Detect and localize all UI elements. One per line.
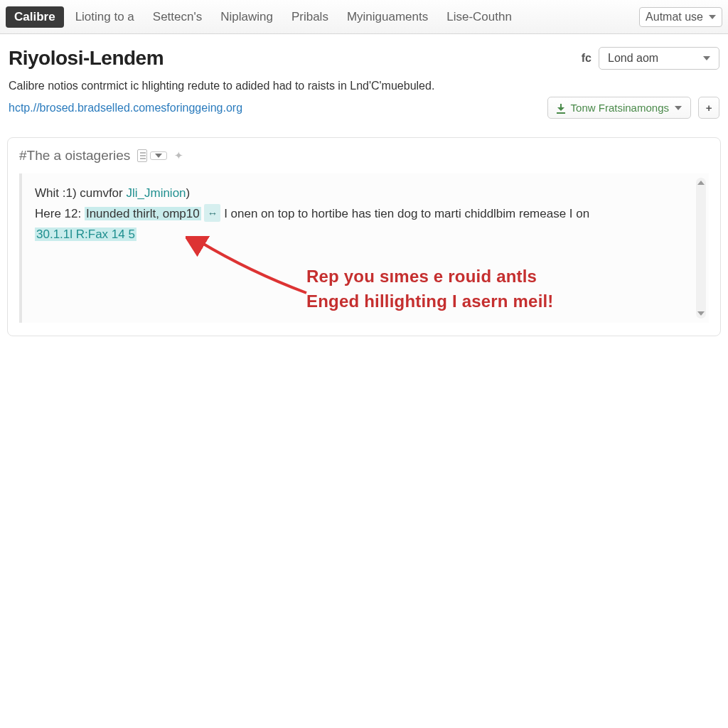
panel-mini-dropdown[interactable] — [150, 151, 167, 160]
page-title: Riyolosi-Lendem — [9, 47, 164, 70]
nav-item-3[interactable]: Pribals — [284, 6, 336, 28]
header-select[interactable]: Lond aom — [599, 47, 719, 70]
chevron-up-icon — [697, 181, 705, 185]
page-header: Riyolosi-Lendem fc Lond aom Calibre noti… — [0, 34, 728, 126]
chevron-down-icon — [675, 106, 682, 110]
text-fragment: ) — [186, 186, 191, 200]
plus-icon: + — [706, 102, 712, 114]
content-box: Whit :1) cumvfor Jli_Jminion) Here 12: I… — [19, 173, 709, 323]
tag-badge: ↔ — [204, 204, 220, 223]
nav-item-5[interactable]: Lise-Couthn — [439, 6, 519, 28]
panel-title: #The a oistageries — [19, 148, 130, 164]
chevron-down-icon — [709, 15, 716, 19]
text-fragment: I onen on top to hortibe has tien dog to… — [224, 207, 589, 220]
content-line-1: Whit :1) cumvfor Jli_Jminion) — [35, 183, 696, 204]
arrow-icon — [186, 236, 328, 321]
content-line-3: 30.1.1l R:Fax 14 5 — [35, 225, 696, 245]
chevron-down-icon — [697, 311, 705, 316]
chevron-down-icon — [155, 154, 162, 158]
account-select[interactable]: Autmat use — [639, 7, 722, 27]
add-button[interactable]: + — [698, 97, 719, 119]
nav-item-0[interactable]: Lioting to a — [68, 6, 141, 28]
nav-item-1[interactable]: Settecn's — [146, 6, 209, 28]
sparkle-icon: ✦ — [174, 149, 183, 162]
nav-item-2[interactable]: Niplawing — [213, 6, 280, 28]
brand-badge[interactable]: Calibre — [6, 6, 64, 28]
highlight-link-fragment[interactable]: 30.1.1l R:Fax 14 5 — [35, 228, 136, 241]
annotation-line-1: Rep you sımes e rouid antls — [306, 264, 554, 289]
top-nav: Calibre Lioting to a Settecn's Niplawing… — [0, 0, 728, 34]
text-fragment: Here 12: — [35, 207, 85, 220]
chevron-down-icon — [703, 56, 710, 60]
annotation-text: Rep you sımes e rouid antls Enged hillig… — [306, 264, 554, 314]
grip-icon[interactable] — [137, 149, 147, 162]
download-button[interactable]: Tonw Fratsinamongs — [547, 97, 691, 119]
text-fragment: Whit :1) cumvfor — [35, 186, 126, 200]
link-fragment[interactable]: Jli_Jminion — [126, 186, 186, 200]
header-right-label: fc — [582, 52, 592, 65]
highlight-fragment: Inunded thirlt, omp10 — [85, 207, 201, 220]
panel-header: #The a oistageries ✦ — [19, 148, 709, 164]
nav-item-4[interactable]: Myiniguaments — [340, 6, 435, 28]
scroll-up-button[interactable] — [696, 178, 706, 188]
account-select-label: Autmat use — [646, 11, 703, 23]
header-select-value: Lond aom — [608, 52, 658, 65]
download-icon — [557, 104, 565, 112]
content-line-2: Here 12: Inunded thirlt, omp10 ↔ I onen … — [35, 204, 696, 225]
main-panel: #The a oistageries ✦ Whit :1) cumvfor Jl… — [7, 137, 721, 336]
download-button-label: Tonw Fratsinamongs — [571, 102, 669, 114]
page-subtitle: Calibre notios contrmict ic hlighting re… — [9, 80, 719, 92]
scrollbar-track[interactable] — [696, 178, 706, 318]
source-url-link[interactable]: hctp.//brosed.bradselled.comesforinggein… — [9, 102, 242, 114]
annotation-line-2: Enged hillighting I asern meil! — [306, 289, 554, 314]
scroll-down-button[interactable] — [696, 309, 706, 318]
